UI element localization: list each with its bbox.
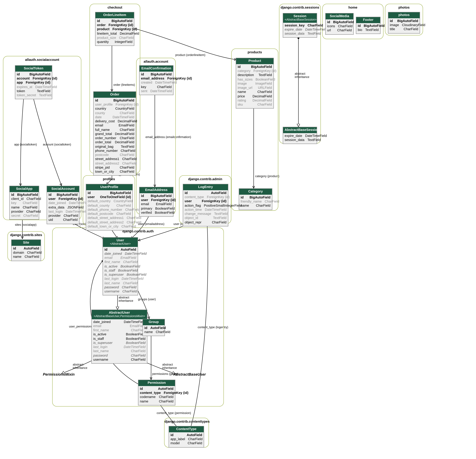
model-title: Session<AbstractBaseSession> <box>283 13 317 23</box>
field-row: expire_dateDateTimeField <box>285 134 315 138</box>
field-row: skuCharField <box>238 103 272 107</box>
field-row: titleCharField <box>390 27 418 32</box>
field-row: urlCharField <box>327 28 352 33</box>
model-fields: idBigAutoFieldfriendly_nameCharFieldname… <box>239 195 272 210</box>
field-row: nameCharField <box>241 204 270 208</box>
field-row: expires_atDateTimeField <box>17 85 50 89</box>
model-product: ProductidBigAutoFieldcategoryForeignKey … <box>236 58 274 109</box>
bare-abstractbaseuser: AbstractBaseUser <box>173 372 206 376</box>
field-row: createdDateTimeField <box>141 81 171 85</box>
field-row: countyCharField <box>95 111 134 115</box>
field-row: token_secretTextField <box>17 93 50 97</box>
field-row: usernameCharField <box>93 358 145 362</box>
model-title: Group <box>143 319 164 325</box>
field-row: idBigAutoField <box>327 20 352 24</box>
field-row: idBigAutoField <box>97 19 132 23</box>
field-row: full_nameCharField <box>95 128 134 132</box>
field-row: product_sizeCharField <box>97 36 132 40</box>
field-row: first_nameCharField <box>93 328 145 332</box>
model-group: GroupidAutoFieldnameCharField <box>143 319 165 336</box>
model-fields: idAutoFielddomainCharFieldnameCharField <box>11 246 41 261</box>
field-row: content_typeForeignKey (id) <box>185 195 227 199</box>
bare-permissionsmixin: PermissionsMixin <box>43 372 75 376</box>
field-row: date_joinedDateTimeField <box>49 201 77 205</box>
field-row: street_address1CharField <box>95 157 134 161</box>
model-site: SiteidAutoFielddomainCharFieldnameCharFi… <box>11 239 41 261</box>
cluster-label: checkout <box>90 3 140 9</box>
field-row: is_staffBooleanField <box>104 269 136 273</box>
field-row: emailEmailField <box>93 324 145 328</box>
field-row: order_numberCharField <box>95 136 134 140</box>
field-row: idBigAutoField <box>141 72 171 76</box>
field-row: grand_totalDecimalField <box>95 132 134 136</box>
model-fields: idBigAutoFielduser_profileForeignKey (id… <box>94 98 136 175</box>
field-row: userForeignKey (id) <box>185 199 227 204</box>
field-row: usernameCharField <box>104 289 136 294</box>
model-fields: session_keyCharFieldexpire_dateDateTimeF… <box>283 23 317 37</box>
field-row: appForeignKey (id) <box>17 81 50 85</box>
cluster-label: django.contrib.admin <box>179 175 231 181</box>
field-row: is_activeBooleanField <box>93 332 145 337</box>
field-row: bioTextField <box>358 28 379 32</box>
model-category: CategoryidBigAutoFieldfriendly_nameCharF… <box>239 188 272 210</box>
field-row: domainCharField <box>13 251 39 255</box>
field-row: last_loginDateTimeField <box>104 277 136 281</box>
field-row: descriptionTextField <box>238 73 272 77</box>
model-socialtoken: SocialTokenidBigAutoFieldaccountForeignK… <box>15 65 52 99</box>
field-row: codenameCharField <box>140 395 173 399</box>
field-row: userForeignKey (id) <box>141 198 171 202</box>
field-row: idBigAutoField <box>88 191 131 195</box>
model-fields: idBigAutoFieldemail_addressForeignKey (i… <box>140 72 173 95</box>
field-row: app_labelCharField <box>170 437 202 441</box>
cluster-label: allauth.account <box>136 57 175 63</box>
field-row: client_idCharField <box>11 197 37 201</box>
edge-sites-socialapp: sites (socialapp) <box>15 223 36 226</box>
cluster-label: products <box>232 48 278 54</box>
field-row: is_activeBooleanField <box>104 264 136 269</box>
field-row: date_joinedDateTimeField <box>104 252 136 256</box>
model-fields: idBigAutoFielduserOneToOneField (id)defa… <box>86 190 132 230</box>
cluster-label: django.contrib.sites <box>8 231 44 237</box>
model-socialaccount: SocialAccountidBigAutoFielduserForeignKe… <box>47 186 79 224</box>
model-permission: PermissionidAutoFieldcontent_typeForeign… <box>138 380 175 405</box>
model-title: SocialAccount <box>47 186 79 192</box>
model-photos: photosidBigAutoFieldimageCloudinaryField… <box>388 12 420 34</box>
model-title: photos <box>388 12 420 18</box>
model-fields: idBigAutoFielduserForeignKey (id)date_jo… <box>47 192 79 224</box>
field-row: postcodeCharField <box>95 153 134 157</box>
field-row: user_profileForeignKey (id) <box>95 103 134 107</box>
field-row: dateDateTimeField <box>95 115 134 119</box>
field-row: keyCharField <box>141 85 171 89</box>
field-row: imageImageField <box>238 82 272 86</box>
model-title: SocialMedia <box>326 13 353 19</box>
model-orderlineitem: OrderLineItemidBigAutoFieldorderForeignK… <box>95 12 134 46</box>
field-row: delivery_costDecimalField <box>95 119 134 124</box>
field-row: tokenTextField <box>17 89 50 93</box>
model-title: SocialToken <box>15 66 52 72</box>
model-fields: idBigAutoFieldcategoryForeignKey (id)des… <box>236 64 273 108</box>
field-row: is_superuserBooleanField <box>104 273 136 277</box>
field-row: passwordCharField <box>104 285 136 289</box>
field-row: phone_numberCharField <box>95 149 134 153</box>
model-socialmedia: SocialMediaidBigAutoFieldiconsCharFieldu… <box>325 13 354 34</box>
model-fields: idAutoFielddate_joinedDateTimeFieldemail… <box>103 247 137 295</box>
field-row: emailEmailField <box>95 124 134 128</box>
model-socialapp: SocialAppidBigAutoFieldclient_idCharFiel… <box>9 186 39 220</box>
field-row: last_nameCharField <box>104 281 136 285</box>
field-row: quantityIntegerField <box>97 40 132 44</box>
field-row: emailEmailField <box>141 202 171 206</box>
model-session: Session<AbstractBaseSession>session_keyC… <box>283 13 317 38</box>
field-row: idAutoField <box>185 191 227 195</box>
field-row: default_street_address2CharField <box>88 220 131 224</box>
model-fields: idBigAutoFieldclient_idCharFieldkeyCharF… <box>10 192 39 220</box>
model-userprofile: UserProfileidBigAutoFielduserOneToOneFie… <box>86 184 133 230</box>
field-row: nameCharField <box>13 255 39 259</box>
field-row: idBigAutoField <box>17 72 50 76</box>
field-row: default_street_address1CharField <box>88 216 131 220</box>
field-row: nameCharField <box>238 90 272 94</box>
field-row: idBigAutoField <box>390 19 418 23</box>
cluster-label: django.contrib.contenttypes <box>164 417 208 423</box>
model-title: Permission <box>138 380 175 386</box>
model-fields: idBigAutoFieldimageCloudinaryFieldtitleC… <box>388 18 420 33</box>
field-row: userForeignKey (id) <box>49 197 77 201</box>
